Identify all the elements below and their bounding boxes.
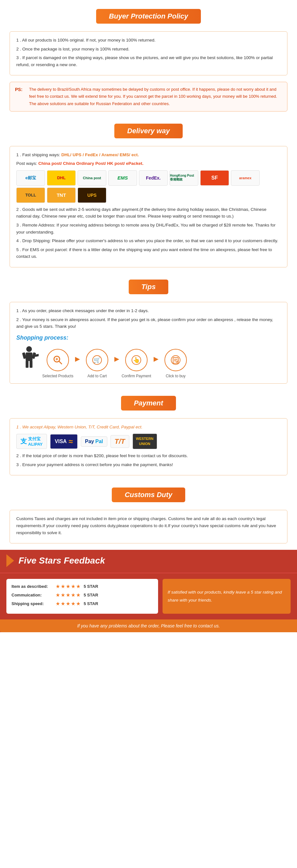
- star-text-1: 5 STAR: [84, 584, 98, 589]
- star-text-2: 5 STAR: [84, 593, 98, 597]
- tt-logo: T/T: [110, 435, 129, 448]
- payment-card: 1 . We accept Alipay, Western Union, T/T…: [9, 418, 288, 476]
- ps-label: PS:: [15, 86, 22, 94]
- step-arrow-1: ▶: [75, 355, 80, 372]
- rating-row-1: Item as described: ★★★★★ 5 STAR: [11, 583, 153, 589]
- bp-point-2: 2 . Once the package is lost, your money…: [16, 46, 281, 53]
- search-step-icon: [52, 354, 64, 366]
- fast-couriers: DHL/ UPS / FedEx / Aramex/ EMS/ ect.: [61, 152, 139, 157]
- logo-aramex: aramex: [231, 170, 260, 186]
- buyer-protection-title: Buyer Protection Policy: [96, 9, 201, 24]
- logo-hkpost: HongKong Post 香港郵政: [170, 170, 198, 186]
- step-circle-1: [46, 349, 69, 371]
- customs-duty-text: Customs Taxes and charges are not includ…: [16, 515, 281, 536]
- star-arrow-icon: [6, 554, 14, 567]
- payment-section: Payment 1 . We accept Alipay, Western Un…: [0, 390, 297, 476]
- tips-title: Tips: [129, 280, 169, 294]
- step-circle-2: 🛒: [86, 349, 108, 371]
- post-label: Post ways:: [16, 161, 38, 166]
- rating-label-1: Item as described:: [11, 584, 53, 589]
- logo-chinapost: China post: [77, 170, 106, 186]
- rating-label-3: Shipping speed:: [11, 601, 53, 606]
- stars-2: ★★★★★: [56, 592, 81, 598]
- payment-note-3: 3 . Ensure your payment address is corre…: [16, 461, 281, 468]
- bp-point-3: 3 . If parcel is damaged on the shipping…: [16, 54, 281, 68]
- delivery-way-title: Delivery way: [114, 124, 183, 138]
- step-label-3: Confirm Payment: [122, 374, 152, 378]
- alipay-logo: 支 支付宝ALIPAY: [16, 434, 47, 449]
- logo-fedex: FedEx.: [139, 170, 168, 186]
- tips-card: 1 . As you order, please check messages …: [9, 302, 288, 384]
- stars-3: ★★★★★: [56, 600, 81, 607]
- customs-duty-section: Customs Duty Customs Taxes and charges a…: [0, 482, 297, 544]
- step-arrow-2: ▶: [114, 355, 119, 372]
- delivery-note-5: 5 . For EMS or post parcel: if there is …: [16, 246, 281, 260]
- rating-row-2: Commuication: ★★★★★ 5 STAR: [11, 592, 153, 598]
- ps-box: PS: The delivery to Brazil/South Africa …: [9, 82, 288, 111]
- delivery-note-2: 2 . Goods will be sent out within 2-5 wo…: [16, 206, 281, 220]
- process-row: Selected Products ▶ 🛒 Add to Cart ▶: [16, 346, 281, 378]
- logo-ups: UPS: [77, 188, 106, 203]
- payment-title: Payment: [121, 396, 176, 410]
- buyer-protection-section: Buyer Protection Policy 1 . All our prod…: [0, 3, 297, 112]
- delivery-note-3: 3 . Remote Address: If your receiving ad…: [16, 222, 281, 236]
- customs-duty-card: Customs Taxes and charges are not includ…: [9, 510, 288, 544]
- payment-step-icon: 👆: [131, 354, 142, 366]
- tips-section: Tips 1 . As you order, please check mess…: [0, 274, 297, 384]
- logo-ems: EMS: [108, 170, 137, 186]
- svg-rect-16: [173, 358, 178, 363]
- process-person: [16, 346, 42, 371]
- shopping-process: Shopping process:: [16, 335, 281, 378]
- process-step-1: Selected Products: [42, 349, 74, 378]
- payment-note-2: 2 . If the total price of order is more …: [16, 453, 281, 459]
- ratings-section: Item as described: ★★★★★ 5 STAR Commuica…: [0, 575, 297, 618]
- logo-sf: SF: [200, 170, 229, 186]
- ratings-left: Item as described: ★★★★★ 5 STAR Commuica…: [6, 579, 158, 614]
- payment-logos: 支 支付宝ALIPAY VISA ≈ PayPal T/T WESTERNUNI…: [16, 434, 281, 449]
- wu-logo: WESTERNUNION: [133, 434, 157, 449]
- rating-row-3: Shipping speed: ★★★★★ 5 STAR: [11, 600, 153, 607]
- tips-point-2: 2 . Your money is secure in aliexpress a…: [16, 316, 281, 330]
- visa-logo: VISA ≈: [50, 434, 78, 449]
- step-arrow-3: ▶: [154, 355, 158, 372]
- paypal-logo: PayPal: [81, 436, 107, 446]
- fast-label: 1 . Fast shipping ways:: [16, 152, 61, 157]
- shopping-process-title: Shopping process:: [16, 335, 281, 341]
- svg-line-8: [59, 361, 62, 364]
- five-stars-header: Five Stars Feedback: [0, 550, 297, 571]
- step-label-2: Add to Cart: [88, 374, 107, 378]
- process-step-2: 🛒 Add to Cart: [81, 349, 113, 378]
- payment-note-1: 1 . We accept Alipay, Western Union, T/T…: [16, 424, 281, 431]
- post-couriers: China post/ China Ordinary Post/ HK post…: [38, 161, 143, 166]
- svg-text:🛒: 🛒: [94, 356, 101, 364]
- person-icon: [20, 346, 39, 371]
- step-circle-4: [164, 349, 187, 371]
- five-stars-section: Five Stars Feedback Item as described: ★…: [0, 550, 297, 632]
- step-circle-3: 👆: [125, 349, 147, 371]
- logo-toll: TOLL: [16, 188, 45, 203]
- contact-bar: If you have any problems about the order…: [0, 619, 297, 632]
- logo-dhl: DHL: [47, 170, 76, 186]
- delivery-way-section: Delivery way 1 . Fast shipping ways: DHL…: [0, 118, 297, 268]
- svg-rect-4: [26, 360, 28, 368]
- ps-text: The delivery to Brazil/South Africa may …: [29, 87, 277, 106]
- svg-text:👆: 👆: [133, 356, 140, 364]
- post-ways-line: Post ways: China post/ China Ordinary Po…: [16, 160, 281, 167]
- buyer-protection-card: 1 . All our products is 100% original. I…: [9, 31, 288, 75]
- svg-rect-1: [26, 352, 32, 361]
- shipping-logos: e邮宝 DHL China post EMS FedEx. HongKong P…: [16, 170, 281, 203]
- step-label-1: Selected Products: [42, 374, 73, 378]
- svg-rect-5: [30, 360, 33, 368]
- rating-label-2: Commuication:: [11, 593, 53, 597]
- star-text-3: 5 STAR: [84, 601, 98, 606]
- logo-tnt: TNT: [47, 188, 76, 203]
- step-label-4: Click to buy: [166, 374, 186, 378]
- svg-point-0: [26, 346, 32, 352]
- cart-step-icon: 🛒: [91, 354, 103, 366]
- process-step-3: 👆 Confirm Payment: [121, 349, 152, 378]
- ratings-right-text: If satisfied with our products, kindly l…: [168, 588, 286, 604]
- customs-duty-title: Customs Duty: [112, 488, 185, 502]
- tips-point-1: 1 . As you order, please check messages …: [16, 307, 281, 314]
- process-step-4: Click to buy: [160, 349, 192, 378]
- ratings-right: If satisfied with our products, kindly l…: [163, 579, 291, 614]
